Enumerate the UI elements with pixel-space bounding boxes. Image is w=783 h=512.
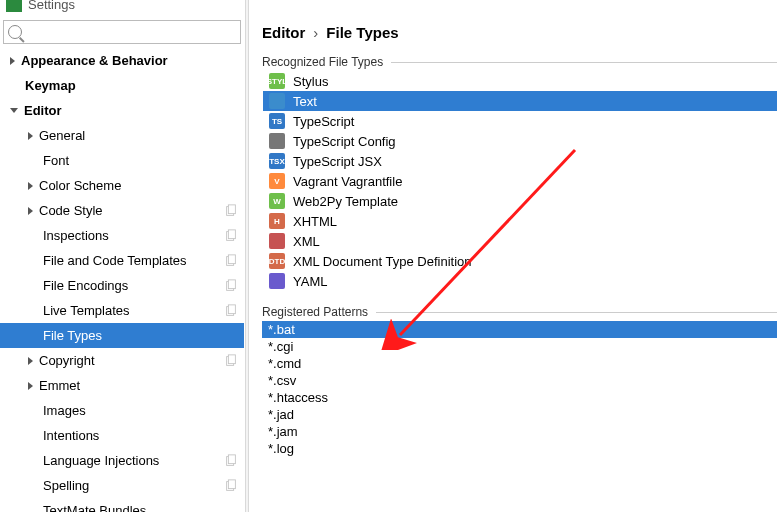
window-titlebar: Settings	[0, 0, 81, 14]
pattern-row[interactable]: *.jam	[262, 423, 777, 440]
file-type-row[interactable]: XML	[263, 231, 777, 251]
file-type-row[interactable]: Text	[263, 91, 777, 111]
sidebar-item-file-and-code-templates[interactable]: File and Code Templates	[0, 248, 244, 273]
sidebar-item-label: Inspections	[43, 228, 224, 243]
file-type-row[interactable]: TSXTypeScript JSX	[263, 151, 777, 171]
file-type-row[interactable]: STYLStylus	[263, 71, 777, 91]
file-type-row[interactable]: TypeScript Config	[263, 131, 777, 151]
patterns-list[interactable]: *.bat*.cgi*.cmd*.csv*.htaccess*.jad*.jam…	[262, 321, 777, 457]
sidebar-item-label: File and Code Templates	[43, 253, 224, 268]
pattern-label: *.jad	[268, 407, 294, 422]
file-type-row[interactable]: TSTypeScript	[263, 111, 777, 131]
spacer	[28, 506, 37, 512]
sidebar-item-label: Language Injections	[43, 453, 224, 468]
sidebar-item-font[interactable]: Font	[0, 148, 244, 173]
file-type-label: YAML	[293, 274, 327, 289]
spacer	[10, 81, 19, 90]
app-icon	[6, 0, 22, 12]
recognized-file-types-section: Recognized File Types STYLStylusTextTSTy…	[262, 55, 777, 291]
registered-patterns-section: Registered Patterns *.bat*.cgi*.cmd*.csv…	[262, 305, 777, 457]
svg-rect-9	[228, 304, 235, 313]
svg-rect-13	[228, 454, 235, 463]
pattern-row[interactable]: *.csv	[262, 372, 777, 389]
file-type-row[interactable]: WWeb2Py Template	[263, 191, 777, 211]
settings-search[interactable]	[3, 20, 241, 44]
scheme-icon	[224, 229, 238, 243]
sidebar-item-textmate-bundles[interactable]: TextMate Bundles	[0, 498, 244, 512]
sidebar-item-live-templates[interactable]: Live Templates	[0, 298, 244, 323]
file-type-label: TypeScript Config	[293, 134, 396, 149]
file-type-row[interactable]: DTDXML Document Type Definition	[263, 251, 777, 271]
svg-rect-5	[228, 254, 235, 263]
spacer	[28, 156, 37, 165]
scheme-icon	[224, 354, 238, 368]
breadcrumb-root[interactable]: Editor	[262, 24, 305, 41]
split-divider[interactable]	[245, 0, 249, 512]
file-type-icon	[269, 273, 285, 289]
chevron-right-icon	[28, 132, 33, 140]
chevron-right-icon	[28, 182, 33, 190]
chevron-right-icon	[28, 382, 33, 390]
pattern-row[interactable]: *.htaccess	[262, 389, 777, 406]
sidebar-item-label: Appearance & Behavior	[21, 53, 238, 68]
file-type-icon: STYL	[269, 73, 285, 89]
spacer	[28, 256, 37, 265]
file-type-row[interactable]: HXHTML	[263, 211, 777, 231]
pattern-label: *.htaccess	[268, 390, 328, 405]
sidebar-item-label: Spelling	[43, 478, 224, 493]
search-input[interactable]	[26, 25, 236, 39]
file-type-row[interactable]: VVagrant Vagrantfile	[263, 171, 777, 191]
window-title: Settings	[28, 0, 75, 12]
scheme-icon	[224, 254, 238, 268]
section-divider	[391, 62, 777, 63]
sidebar-item-intentions[interactable]: Intentions	[0, 423, 244, 448]
sidebar-item-keymap[interactable]: Keymap	[0, 73, 244, 98]
sidebar-item-label: Images	[43, 403, 238, 418]
chevron-right-icon: ›	[313, 24, 318, 41]
sidebar-item-spelling[interactable]: Spelling	[0, 473, 244, 498]
spacer	[28, 406, 37, 415]
file-type-label: XML Document Type Definition	[293, 254, 471, 269]
sidebar-item-images[interactable]: Images	[0, 398, 244, 423]
sidebar-item-label: Emmet	[39, 378, 238, 393]
sidebar-item-editor[interactable]: Editor	[0, 98, 244, 123]
chevron-right-icon	[28, 207, 33, 215]
sidebar-item-label: File Encodings	[43, 278, 224, 293]
sidebar-item-label: TextMate Bundles	[43, 503, 238, 512]
section-title: Recognized File Types	[262, 55, 383, 69]
svg-rect-11	[228, 354, 235, 363]
sidebar-item-copyright[interactable]: Copyright	[0, 348, 244, 373]
sidebar-item-color-scheme[interactable]: Color Scheme	[0, 173, 244, 198]
pattern-row[interactable]: *.log	[262, 440, 777, 457]
file-type-icon: H	[269, 213, 285, 229]
chevron-right-icon	[10, 57, 15, 65]
settings-tree: Appearance & BehaviorKeymapEditorGeneral…	[0, 48, 244, 512]
file-type-icon: V	[269, 173, 285, 189]
svg-rect-15	[228, 479, 235, 488]
pattern-row[interactable]: *.bat	[262, 321, 777, 338]
sidebar-item-general[interactable]: General	[0, 123, 244, 148]
file-type-label: Stylus	[293, 74, 328, 89]
pattern-row[interactable]: *.jad	[262, 406, 777, 423]
file-type-label: TypeScript	[293, 114, 354, 129]
section-title: Registered Patterns	[262, 305, 368, 319]
scheme-icon	[224, 454, 238, 468]
sidebar-item-label: Color Scheme	[39, 178, 238, 193]
spacer	[28, 431, 37, 440]
sidebar-item-file-encodings[interactable]: File Encodings	[0, 273, 244, 298]
sidebar-item-label: Live Templates	[43, 303, 224, 318]
file-type-icon: DTD	[269, 253, 285, 269]
sidebar-item-emmet[interactable]: Emmet	[0, 373, 244, 398]
file-type-label: XHTML	[293, 214, 337, 229]
sidebar-item-appearance-behavior[interactable]: Appearance & Behavior	[0, 48, 244, 73]
pattern-row[interactable]: *.cgi	[262, 338, 777, 355]
sidebar-item-inspections[interactable]: Inspections	[0, 223, 244, 248]
pattern-row[interactable]: *.cmd	[262, 355, 777, 372]
file-type-label: XML	[293, 234, 320, 249]
sidebar-item-file-types[interactable]: File Types	[0, 323, 244, 348]
file-types-list[interactable]: STYLStylusTextTSTypeScriptTypeScript Con…	[262, 71, 777, 291]
sidebar-item-language-injections[interactable]: Language Injections	[0, 448, 244, 473]
file-type-row[interactable]: YAML	[263, 271, 777, 291]
pattern-label: *.csv	[268, 373, 296, 388]
sidebar-item-code-style[interactable]: Code Style	[0, 198, 244, 223]
